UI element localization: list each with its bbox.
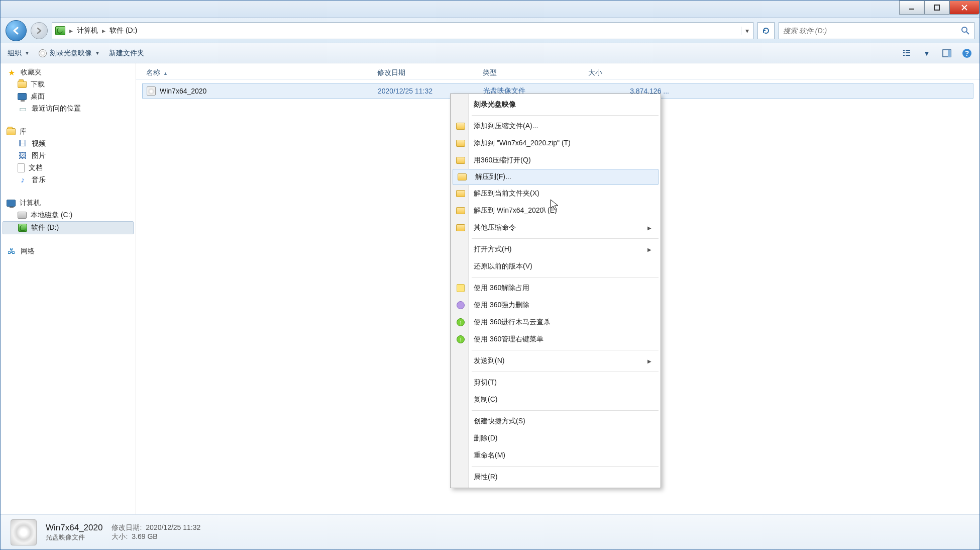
- ctx-label: 删除(D): [474, 434, 497, 443]
- svg-point-1: [962, 27, 967, 32]
- address-dropdown[interactable]: ▾: [741, 27, 753, 35]
- folder-icon: [18, 81, 27, 88]
- ctx-send-to[interactable]: 发送到(N): [452, 352, 660, 370]
- details-date-label: 修改日期:: [112, 523, 142, 532]
- sidebar-label: 图片: [32, 151, 46, 160]
- help-button[interactable]: ?: [961, 48, 972, 59]
- ctx-label: 打开方式(H): [474, 245, 511, 254]
- col-date[interactable]: 修改日期: [377, 66, 483, 79]
- view-dropdown[interactable]: ▼: [921, 48, 932, 59]
- col-name[interactable]: 名称: [146, 66, 377, 79]
- ctx-label: 解压到当前文件夹(X): [474, 189, 539, 198]
- view-options-button[interactable]: [901, 48, 912, 59]
- ctx-delete[interactable]: 删除(D): [452, 430, 660, 447]
- ctx-label: 发送到(N): [474, 356, 504, 365]
- organize-menu[interactable]: 组织▼: [8, 49, 30, 58]
- ctx-label: 使用 360解除占用: [474, 284, 529, 293]
- sidebar-documents[interactable]: 文档: [3, 162, 134, 174]
- column-headers: 名称 修改日期 类型 大小: [136, 63, 979, 80]
- picture-icon: 🖼: [18, 151, 28, 160]
- sidebar-label: 文档: [29, 163, 43, 172]
- network-header[interactable]: 🖧网络: [3, 245, 134, 257]
- ctx-label: 使用 360进行木马云查杀: [474, 318, 551, 327]
- scan-icon: ↑: [457, 318, 465, 326]
- details-type: 光盘映像文件: [46, 533, 102, 542]
- ctx-label: 还原以前的版本(V): [474, 262, 532, 271]
- ctx-360-scan[interactable]: ↑使用 360进行木马云查杀: [452, 314, 660, 331]
- details-pane: Win7x64_2020 光盘映像文件 修改日期:2020/12/25 11:3…: [1, 514, 979, 549]
- archive-icon: [458, 173, 467, 180]
- ctx-cut[interactable]: 剪切(T): [452, 374, 660, 391]
- sidebar-label: 最近访问的位置: [32, 104, 81, 113]
- computer-header[interactable]: 计算机: [3, 197, 134, 209]
- minimize-button[interactable]: [899, 1, 924, 15]
- svg-text:?: ?: [965, 49, 969, 57]
- new-folder-button[interactable]: 新建文件夹: [109, 49, 144, 58]
- favorites-header[interactable]: ★收藏夹: [3, 66, 134, 78]
- ctx-360-unlock[interactable]: 使用 360解除占用: [452, 280, 660, 297]
- navigation-pane: ★收藏夹 下载 桌面 ▭最近访问的位置 库 🎞视频 🖼图片 文档 ♪音乐 计算机…: [1, 63, 136, 514]
- sidebar-soft-d[interactable]: 软件 (D:): [3, 221, 134, 234]
- preview-pane-button[interactable]: [941, 48, 952, 59]
- sidebar-desktop[interactable]: 桌面: [3, 90, 134, 103]
- ctx-add-zip[interactable]: 添加到 "Win7x64_2020.zip" (T): [452, 135, 660, 152]
- details-size-label: 大小:: [112, 532, 128, 541]
- archive-icon: [456, 123, 465, 130]
- ctx-burn[interactable]: 刻录光盘映像: [452, 96, 660, 113]
- ctx-extract-folder[interactable]: 解压到 Win7x64_2020\ (E): [452, 202, 660, 219]
- ctx-other-zip[interactable]: 其他压缩命令: [452, 219, 660, 236]
- archive-icon: [456, 190, 465, 197]
- sidebar-pictures[interactable]: 🖼图片: [3, 150, 134, 162]
- back-button[interactable]: [6, 20, 27, 41]
- sidebar-music[interactable]: ♪音乐: [3, 174, 134, 186]
- drive-icon: [18, 224, 27, 232]
- star-icon: ★: [7, 68, 17, 77]
- search-input[interactable]: [783, 27, 961, 35]
- col-size[interactable]: 大小: [588, 66, 669, 79]
- burn-image-button[interactable]: 刻录光盘映像▼: [39, 49, 100, 58]
- ctx-extract-to[interactable]: 解压到(F)...: [453, 169, 659, 185]
- ctx-label: 属性(R): [474, 473, 497, 482]
- dropdown-icon: ▼: [95, 50, 100, 56]
- details-date-value: 2020/12/25 11:32: [146, 523, 200, 532]
- archive-icon: [456, 207, 465, 214]
- ctx-extract-here[interactable]: 解压到当前文件夹(X): [452, 185, 660, 202]
- ctx-open-360zip[interactable]: 用360压缩打开(Q): [452, 152, 660, 169]
- ctx-open-with[interactable]: 打开方式(H): [452, 241, 660, 258]
- ctx-properties[interactable]: 属性(R): [452, 469, 660, 486]
- ctx-label: 添加到压缩文件(A)...: [474, 122, 538, 131]
- drive-icon: [55, 26, 65, 35]
- library-icon: [7, 128, 16, 135]
- ctx-copy[interactable]: 复制(C): [452, 391, 660, 408]
- address-bar[interactable]: ▸ 计算机 ▸ 软件 (D:) ▾: [52, 22, 753, 39]
- breadcrumb-computer[interactable]: 计算机: [77, 26, 98, 35]
- search-box[interactable]: [779, 22, 974, 39]
- svg-rect-0: [934, 5, 939, 10]
- sidebar-videos[interactable]: 🎞视频: [3, 138, 134, 150]
- ctx-rename[interactable]: 重命名(M): [452, 447, 660, 464]
- breadcrumb-drive[interactable]: 软件 (D:): [110, 26, 137, 35]
- maximize-button[interactable]: [924, 1, 949, 15]
- sidebar-label: 视频: [32, 139, 46, 148]
- sidebar-downloads[interactable]: 下载: [3, 78, 134, 90]
- window-controls: [899, 1, 979, 18]
- libraries-header[interactable]: 库: [3, 126, 134, 138]
- sidebar-recent[interactable]: ▭最近访问的位置: [3, 103, 134, 115]
- refresh-button[interactable]: [757, 22, 775, 39]
- burn-label: 刻录光盘映像: [50, 49, 92, 58]
- ctx-shortcut[interactable]: 创建快捷方式(S): [452, 413, 660, 430]
- sidebar-local-c[interactable]: 本地磁盘 (C:): [3, 209, 134, 221]
- ctx-360-forcedel[interactable]: 使用 360强力删除: [452, 297, 660, 314]
- ctx-label: 复制(C): [474, 395, 497, 404]
- close-button[interactable]: [949, 1, 979, 15]
- ctx-restore-prev[interactable]: 还原以前的版本(V): [452, 258, 660, 275]
- ctx-add-archive[interactable]: 添加到压缩文件(A)...: [452, 118, 660, 135]
- forward-button[interactable]: [31, 22, 48, 39]
- computer-label: 计算机: [20, 199, 41, 208]
- col-type[interactable]: 类型: [483, 66, 588, 79]
- ctx-label: 其他压缩命令: [474, 223, 516, 232]
- iso-large-icon: [11, 519, 37, 545]
- ctx-360-manage[interactable]: ↑使用 360管理右键菜单: [452, 331, 660, 348]
- ctx-label: 添加到 "Win7x64_2020.zip" (T): [474, 139, 571, 148]
- navigation-bar: ▸ 计算机 ▸ 软件 (D:) ▾: [1, 18, 979, 43]
